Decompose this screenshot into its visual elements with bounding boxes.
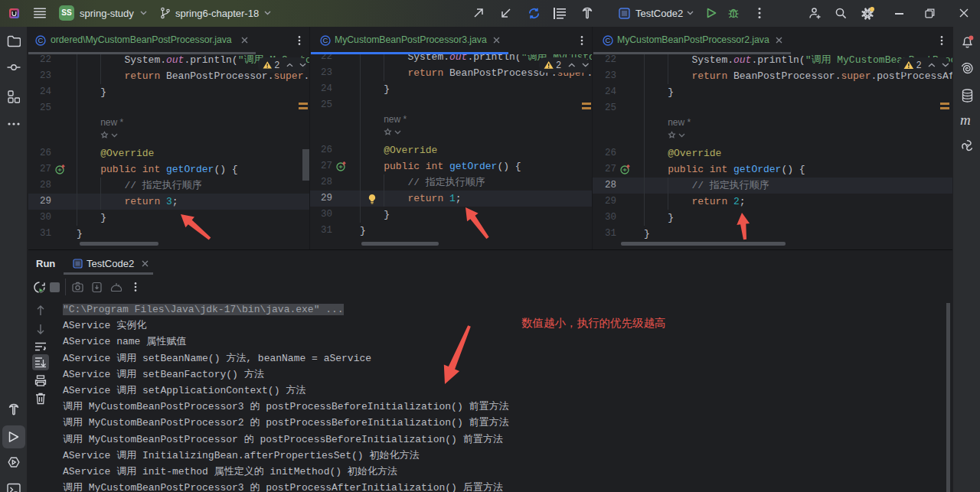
svg-text:C: C bbox=[38, 36, 44, 44]
svg-text:C: C bbox=[323, 36, 328, 44]
svg-text:C: C bbox=[606, 36, 611, 44]
